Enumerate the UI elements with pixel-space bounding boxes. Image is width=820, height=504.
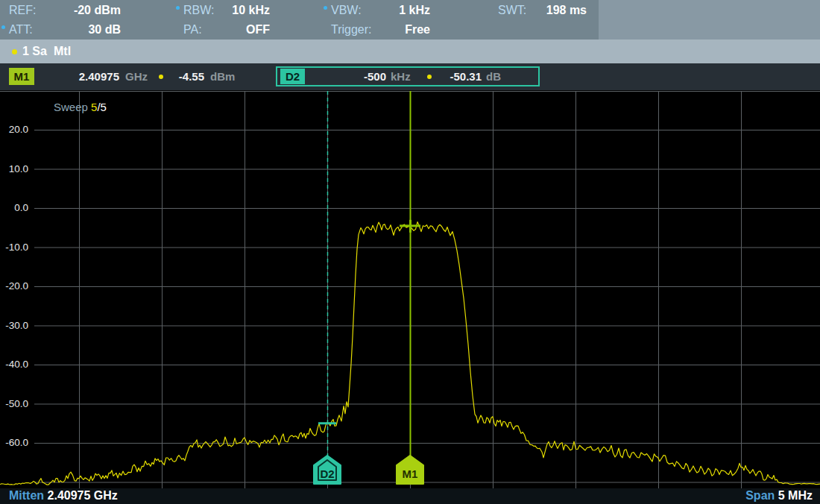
setting-coupled-dot-icon [1, 25, 5, 29]
y-axis-label: -50.0 [1, 397, 28, 411]
m1-frequency-value[interactable]: 2.40975 [45, 63, 119, 90]
m1-frequency-unit: GHz [125, 63, 148, 90]
marker-m1-flag-label: M1 [403, 467, 418, 480]
header-field-value: OFF [201, 22, 270, 38]
span-field[interactable]: Span 5 MHz [745, 488, 813, 504]
settings-header: REF:-20 dBmRBW:10 kHzVBW:1 kHzSWT:198 ms… [0, 0, 820, 40]
span-label: Span [745, 489, 775, 502]
center-frequency-label: Mitten [9, 489, 44, 502]
m1-separator-dot-icon [159, 75, 163, 79]
plot-area[interactable]: D2M1 20.010.00.0-10.0-20.0-30.0-40.0-50.… [0, 90, 820, 488]
header-right-panel [599, 0, 820, 40]
header-field-value: 10 kHz [201, 2, 270, 19]
header-field-value: 198 ms [518, 2, 587, 19]
header-field-label: PA: [183, 22, 202, 38]
marker-d2-badge[interactable]: D2 [280, 69, 305, 84]
header-field-value: 1 kHz [362, 2, 430, 19]
setting-coupled-dot-icon [324, 6, 327, 10]
sweep-word: Sweep [54, 101, 91, 113]
marker-d2-flag-label: D2 [320, 467, 334, 480]
spectrum-analyzer-screen: REF:-20 dBmRBW:10 kHzVBW:1 kHzSWT:198 ms… [0, 0, 820, 504]
spectrum-plot-canvas[interactable]: D2M1 [0, 90, 820, 488]
y-axis-label: -10.0 [1, 241, 28, 254]
frequency-footer-bar: Mitten 2.40975 GHz Span 5 MHz [0, 488, 820, 504]
sweep-counter: Sweep 5/5 [54, 100, 107, 115]
d2-level-value: -50.31 [438, 68, 482, 85]
trace-mode-label: Mtl [54, 40, 71, 63]
marker-m1-badge[interactable]: M1 [9, 68, 34, 85]
header-field-value: 30 dB [52, 22, 121, 38]
trace-info-bar[interactable]: 1 Sa Mtl [0, 40, 820, 63]
y-axis-label: 0.0 [1, 201, 28, 215]
header-field-value: Free [362, 22, 430, 38]
y-axis-label: -40.0 [1, 358, 28, 371]
y-axis-label: 20.0 [1, 123, 28, 136]
header-field-value: -20 dBm [52, 2, 121, 19]
m1-level-unit: dBm [210, 63, 235, 90]
d2-level-unit: dB [486, 68, 501, 85]
sweep-total: /5 [97, 101, 107, 113]
m1-level-value[interactable]: -4.55 [170, 63, 204, 90]
span-value: 5 MHz [778, 489, 813, 502]
y-axis-label: -60.0 [1, 436, 28, 450]
d2-frequency-value: -500 [315, 68, 386, 85]
header-field-label: ATT: [9, 22, 33, 38]
header-field-label: REF: [9, 2, 36, 19]
y-axis-label: 10.0 [1, 163, 28, 176]
trace-number-label: 1 Sa [22, 40, 47, 63]
header-field-label: VBW: [331, 2, 362, 19]
y-axis-label: -30.0 [1, 319, 28, 333]
d2-frequency-unit: kHz [391, 68, 411, 85]
y-axis-label: -20.0 [1, 280, 28, 293]
d2-separator-dot-icon [427, 75, 432, 79]
setting-coupled-dot-icon [176, 6, 180, 10]
trace-color-dot-icon [12, 49, 17, 54]
marker-d2-readout[interactable]: D2 -500 kHz -50.31 dB [276, 66, 540, 86]
center-frequency-value: 2.40975 GHz [48, 489, 118, 502]
marker-readout-bar: M1 2.40975 GHz -4.55 dBm D2 -500 kHz -50… [0, 63, 820, 90]
center-frequency-field[interactable]: Mitten 2.40975 GHz [9, 488, 118, 504]
